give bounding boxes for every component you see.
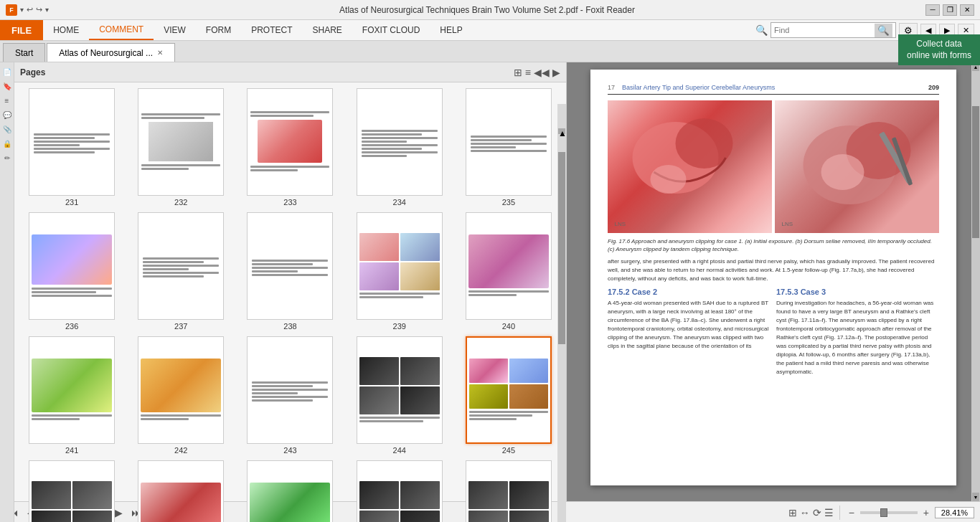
search-input[interactable] xyxy=(774,26,875,34)
redo-icon[interactable]: ↪ xyxy=(36,5,42,14)
thumbnail-236[interactable] xyxy=(29,212,115,320)
zoom-out-btn[interactable]: − xyxy=(846,506,857,520)
thumbnail-241[interactable] xyxy=(29,336,115,444)
rotate-icon[interactable]: ⟳ xyxy=(813,507,821,518)
tab-close-icon[interactable]: ✕ xyxy=(157,49,163,57)
left-sidebar: 📄 🔖 ≡ 💬 📎 🔒 ✏ xyxy=(0,62,14,522)
list-item[interactable]: 247 xyxy=(129,460,232,522)
thumbnail-232[interactable] xyxy=(138,88,224,196)
hand-icon[interactable]: ☰ xyxy=(824,507,834,518)
thumb-label-241: 241 xyxy=(65,446,78,455)
share-menu[interactable]: SHARE xyxy=(303,20,352,40)
foxitcloud-menu[interactable]: FOXIT CLOUD xyxy=(352,20,430,40)
thumbnail-239[interactable] xyxy=(357,212,443,320)
list-item[interactable]: 240 xyxy=(457,212,560,331)
collect-banner[interactable]: Collect data online with forms xyxy=(898,34,980,65)
minimize-btn[interactable]: ─ xyxy=(925,4,940,16)
thumbnail-240[interactable] xyxy=(466,212,552,320)
zoom-in-btn[interactable]: + xyxy=(920,506,932,520)
list-item[interactable]: 242 xyxy=(129,336,232,455)
search-submit[interactable]: 🔍 xyxy=(875,24,892,37)
pdf-chapter-title: Basilar Artery Tip and Superior Cerebell… xyxy=(622,84,775,91)
list-item[interactable]: 232 xyxy=(129,88,232,207)
pdf-scroll-down[interactable]: ▼ xyxy=(972,493,979,501)
restore-btn[interactable]: ❐ xyxy=(943,4,957,16)
collect-line1: Collect data xyxy=(916,39,961,49)
list-item[interactable]: 234 xyxy=(348,88,451,207)
undo-icon[interactable]: ↩ xyxy=(27,5,33,14)
thumb-label-240: 240 xyxy=(502,322,515,331)
thumbnail-234[interactable] xyxy=(357,88,443,196)
thumbnail-248[interactable] xyxy=(247,460,333,522)
thumbnail-250[interactable] xyxy=(466,460,552,522)
protect-menu[interactable]: PROTECT xyxy=(241,20,302,40)
sidebar-bookmarks-icon[interactable]: 🔖 xyxy=(1,80,14,92)
thumbnail-245[interactable] xyxy=(466,336,552,444)
fit-width-icon[interactable]: ↔ xyxy=(800,507,810,518)
list-item[interactable]: 235 xyxy=(457,88,560,207)
pages-expand[interactable]: ▶ xyxy=(552,67,560,78)
thumbnail-238[interactable] xyxy=(247,212,333,320)
pdf-image-left: LNS xyxy=(608,100,772,233)
thumbnail-243[interactable] xyxy=(247,336,333,444)
close-btn[interactable]: ✕ xyxy=(960,4,974,16)
form-menu[interactable]: FORM xyxy=(196,20,241,40)
list-item[interactable]: 243 xyxy=(238,336,341,455)
view-menu[interactable]: VIEW xyxy=(154,20,196,40)
sidebar-pencil-icon[interactable]: ✏ xyxy=(1,151,14,164)
pages-collapse[interactable]: ◀◀ xyxy=(534,67,550,78)
tab-start[interactable]: Start xyxy=(3,43,45,62)
pages-icon2[interactable]: ≡ xyxy=(525,67,531,78)
thumbnail-249[interactable] xyxy=(357,460,443,522)
thumbs-scrollbar[interactable]: ▲ ▼ xyxy=(557,104,566,522)
zoom-display[interactable]: 28.41% xyxy=(935,507,974,518)
sidebar-comments-icon[interactable]: 💬 xyxy=(1,108,14,121)
scroll-up-arrow[interactable]: ▲ xyxy=(558,128,565,134)
list-item[interactable]: 250 xyxy=(457,460,560,522)
zoom-slider-thumb[interactable] xyxy=(880,508,887,517)
pdf-section-17-5-3: 17.5.3 Case 3 xyxy=(776,288,939,296)
list-item[interactable]: 236 xyxy=(20,212,123,331)
thumbnail-231[interactable] xyxy=(29,88,115,196)
pages-icon1[interactable]: ⊞ xyxy=(514,67,522,78)
thumbnail-233[interactable] xyxy=(247,88,333,196)
list-item[interactable]: 245 xyxy=(457,336,560,455)
pdf-scrollbar[interactable]: ▲ ▼ xyxy=(971,62,980,501)
zoom-slider-track[interactable] xyxy=(860,511,918,514)
list-item[interactable]: 249 xyxy=(348,460,451,522)
sidebar-layers-icon[interactable]: ≡ xyxy=(1,94,14,107)
list-item[interactable]: 238 xyxy=(238,212,341,331)
pdf-chapter-num: 17 Basilar Artery Tip and Superior Cereb… xyxy=(608,84,775,91)
thumbnails-scroll[interactable]: 231 232 xyxy=(14,82,566,522)
thumbnail-244[interactable] xyxy=(357,336,443,444)
comment-menu[interactable]: COMMENT xyxy=(89,20,154,40)
list-item[interactable]: 244 xyxy=(348,336,451,455)
thumbnail-237[interactable] xyxy=(138,212,224,320)
pdf-scroll-thumb[interactable] xyxy=(972,106,979,238)
list-item[interactable]: 231 xyxy=(20,88,123,207)
left-panel: 📄 🔖 ≡ 💬 📎 🔒 ✏ Pages ⊞ ≡ ◀◀ ▶ xyxy=(0,62,567,501)
window-title: Atlas of Neurosurgical Techniques Brain … xyxy=(49,5,925,15)
list-item[interactable]: 233 xyxy=(238,88,341,207)
file-menu[interactable]: FILE xyxy=(0,20,43,40)
list-item[interactable]: 237 xyxy=(129,212,232,331)
list-item[interactable]: 239 xyxy=(348,212,451,331)
titlebar: F ▾ ↩ ↪ ▾ Atlas of Neurosurgical Techniq… xyxy=(0,0,980,20)
fit-page-icon[interactable]: ⊞ xyxy=(788,507,797,518)
thumbnail-242[interactable] xyxy=(138,336,224,444)
list-item[interactable]: 248 xyxy=(238,460,341,522)
thumb-label-237: 237 xyxy=(174,322,187,331)
scroll-thumb[interactable] xyxy=(558,152,565,344)
thumbnail-235[interactable] xyxy=(466,88,552,196)
help-menu[interactable]: HELP xyxy=(430,20,472,40)
sidebar-attachments-icon[interactable]: 📎 xyxy=(1,123,14,136)
sidebar-pages-icon[interactable]: 📄 xyxy=(1,65,14,78)
thumbnail-247[interactable] xyxy=(138,460,224,522)
list-item[interactable]: 246 xyxy=(20,460,123,522)
search-icon-btn[interactable]: 🔍 xyxy=(755,24,768,36)
sidebar-security-icon[interactable]: 🔒 xyxy=(1,137,14,150)
tab-document[interactable]: Atlas of Neurosurgical ... ✕ xyxy=(47,43,175,62)
home-menu[interactable]: HOME xyxy=(43,20,89,40)
thumbnail-246[interactable] xyxy=(29,460,115,522)
list-item[interactable]: 241 xyxy=(20,336,123,455)
